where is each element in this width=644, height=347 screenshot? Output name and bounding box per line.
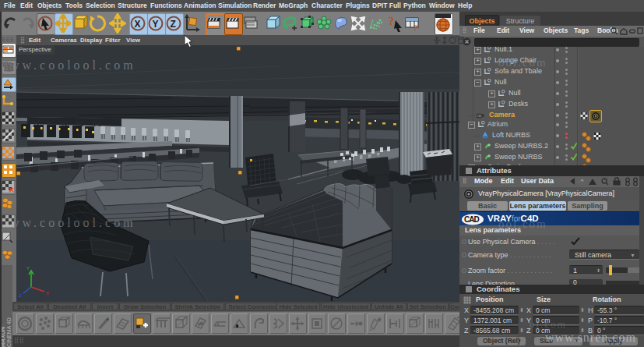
svg-text:Y: Y — [26, 266, 30, 271]
svg-text:ww.coolool.com: ww.coolool.com — [16, 216, 136, 229]
svg-text:?: ? — [413, 23, 417, 32]
svg-text:ww.coolool.com: ww.coolool.com — [16, 58, 136, 72]
svg-text:Y: Y — [153, 19, 159, 30]
svg-text:Z: Z — [19, 293, 22, 298]
svg-text:X: X — [135, 19, 141, 30]
svg-text:X: X — [46, 291, 49, 296]
svg-text:Z: Z — [171, 19, 176, 30]
svg-text:CAD: CAD — [464, 215, 479, 224]
svg-text:?: ? — [389, 16, 394, 27]
